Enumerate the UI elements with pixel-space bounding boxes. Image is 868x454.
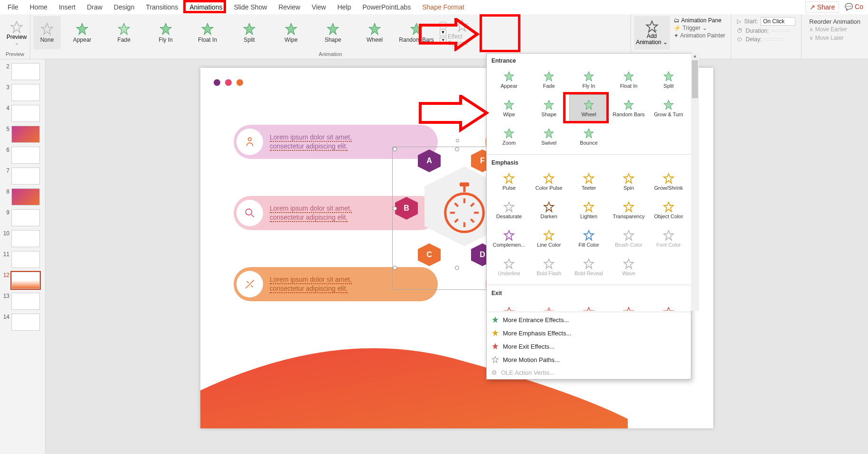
anim-shape[interactable]: Shape <box>312 16 353 49</box>
move-later-button[interactable]: ∨ Move Later <box>809 34 860 42</box>
thumb-8[interactable]: 8 <box>0 186 45 207</box>
menu-view[interactable]: View <box>306 1 331 13</box>
more-emphasis-link[interactable]: More Emphasis Effects... <box>487 326 691 340</box>
dd-entrance-bounce[interactable]: Bounce <box>569 123 608 150</box>
thumb-9[interactable]: 9 <box>0 207 45 228</box>
dd-entrance-fly-in[interactable]: Fly In <box>569 66 608 93</box>
dd-entrance-shape[interactable]: Shape <box>529 94 568 122</box>
thumb-13[interactable]: 13 <box>0 291 45 312</box>
thumb-6[interactable]: 6 <box>0 145 45 166</box>
selection-handle[interactable] <box>393 147 397 151</box>
dd-item-label: Darken <box>540 213 557 219</box>
dd-item-label: Random Bars <box>613 111 644 117</box>
dd-exit-item[interactable] <box>609 298 648 311</box>
menu-insert[interactable]: Insert <box>53 1 81 13</box>
dd-emphasis-transparency[interactable]: Transparency <box>609 196 648 224</box>
menu-powerpointlabs[interactable]: PowerPointLabs <box>357 1 416 13</box>
dd-emphasis-line-color[interactable]: Line Color <box>529 225 568 252</box>
anim-split[interactable]: Split <box>229 16 270 49</box>
dd-exit-item[interactable] <box>490 298 528 311</box>
anim-fade[interactable]: Fade <box>104 16 144 49</box>
thumb-7[interactable]: 7 <box>0 166 45 186</box>
preview-button[interactable]: Preview ⌄ <box>3 16 30 49</box>
anim-wipe[interactable]: Wipe <box>271 16 311 49</box>
dd-entrance-split[interactable]: Split <box>649 66 688 93</box>
dd-emphasis-desaturate[interactable]: Desaturate <box>490 196 528 224</box>
dd-emphasis-lighten[interactable]: Lighten <box>569 196 608 224</box>
move-earlier-button[interactable]: ∧ Move Earlier <box>809 25 860 34</box>
delay-input[interactable] <box>764 38 783 40</box>
thumb-4[interactable]: 4 <box>0 103 45 124</box>
anim-flyin[interactable]: Fly In <box>145 16 186 49</box>
dd-emphasis-darken[interactable]: Darken <box>529 196 568 224</box>
dd-entrance-random-bars[interactable]: Random Bars <box>609 94 648 122</box>
dd-exit-item[interactable] <box>569 298 608 311</box>
dd-exit-item[interactable] <box>649 298 688 311</box>
anim-floatin[interactable]: Float In <box>187 16 228 49</box>
dropdown-scrollbar[interactable]: ▲ <box>691 54 699 311</box>
anim-none[interactable]: None <box>33 16 61 49</box>
more-motion-link[interactable]: More Motion Paths... <box>487 353 691 366</box>
selection-handle[interactable] <box>393 206 397 211</box>
anim-none-label: None <box>40 37 54 43</box>
dd-entrance-appear[interactable]: Appear <box>490 66 528 93</box>
add-animation-button[interactable]: + Add Animation ⌄ <box>634 16 670 49</box>
slide-thumbnails-panel[interactable]: 2 3 4 5 6 7 8 9 10 11 12 13 14 <box>0 59 46 454</box>
dd-entrance-wipe[interactable]: Wipe <box>490 94 528 122</box>
duration-input[interactable] <box>772 30 790 32</box>
menu-shape-format[interactable]: Shape Format <box>416 1 470 13</box>
selection-handle[interactable] <box>455 147 459 151</box>
selection-handle[interactable] <box>455 266 459 270</box>
dd-entrance-grow-turn[interactable]: Grow & Turn <box>649 94 688 122</box>
hex-b[interactable]: B <box>395 197 418 220</box>
dd-entrance-float-in[interactable]: Float In <box>609 66 648 93</box>
share-button[interactable]: ↗ Share <box>805 1 839 13</box>
comments-button[interactable]: 💬 Co <box>842 1 866 13</box>
dd-entrance-fade[interactable]: Fade <box>529 66 568 93</box>
svg-marker-40 <box>504 129 514 138</box>
menu-review[interactable]: Review <box>273 1 306 13</box>
dd-emphasis-fill-color[interactable]: Fill Color <box>569 225 608 252</box>
thumb-5[interactable]: 5 <box>0 124 45 145</box>
dd-emphasis-pulse[interactable]: Pulse <box>490 168 528 195</box>
start-select[interactable]: On Click <box>761 17 795 26</box>
menu-file[interactable]: File <box>2 1 24 13</box>
more-entrance-link[interactable]: More Entrance Effects... <box>487 313 691 326</box>
menu-help[interactable]: Help <box>331 1 357 13</box>
thumb-3[interactable]: 3 <box>0 82 45 103</box>
animation-painter-button[interactable]: ✦ Animation Painter <box>674 32 726 39</box>
menu-design[interactable]: Design <box>108 1 141 13</box>
rotate-handle[interactable] <box>456 139 459 142</box>
dd-entrance-wheel[interactable]: Wheel <box>569 94 608 122</box>
dd-emphasis-color-pulse[interactable]: Color Pulse <box>529 168 568 195</box>
trigger-button[interactable]: ⚡ Trigger ⌄ <box>674 25 726 31</box>
dd-entrance-swivel[interactable]: Swivel <box>529 123 568 150</box>
dd-emphasis-complemen-[interactable]: Complemen... <box>490 225 528 252</box>
dd-item-label: Wave <box>622 270 635 276</box>
dd-emphasis-object-color[interactable]: Object Color <box>649 196 688 224</box>
hex-c[interactable]: C <box>418 243 441 266</box>
anim-appear[interactable]: Appear <box>62 16 103 49</box>
dd-emphasis-spin[interactable]: Spin <box>609 168 648 195</box>
menu-home[interactable]: Home <box>24 1 53 13</box>
dd-entrance-zoom[interactable]: Zoom <box>490 123 528 150</box>
thumb-10[interactable]: 10 <box>0 228 45 249</box>
menu-draw[interactable]: Draw <box>81 1 108 13</box>
more-exit-link[interactable]: More Exit Effects... <box>487 340 691 353</box>
reorder-title: Reorder Animation <box>809 18 860 25</box>
menu-animations[interactable]: Animations <box>184 1 228 13</box>
dd-exit-item[interactable] <box>529 298 568 311</box>
dd-emphasis-grow-shrink[interactable]: Grow/Shrink <box>649 168 688 195</box>
dd-emphasis-teeter[interactable]: Teeter <box>569 168 608 195</box>
anim-wheel[interactable]: Wheel <box>354 16 395 49</box>
scrollbar-thumb[interactable] <box>692 60 698 98</box>
menu-transitions[interactable]: Transitions <box>140 1 184 13</box>
selection-handle[interactable] <box>393 266 397 270</box>
thumb-14[interactable]: 14 <box>0 312 45 333</box>
menu-slideshow[interactable]: Slide Show <box>228 1 273 13</box>
thumb-2[interactable]: 2 <box>0 61 45 82</box>
thumb-11[interactable]: 11 <box>0 249 45 270</box>
svg-marker-69 <box>492 343 498 349</box>
thumb-12[interactable]: 12 <box>0 270 45 291</box>
animation-pane-button[interactable]: 🗂 Animation Pane <box>674 17 726 24</box>
